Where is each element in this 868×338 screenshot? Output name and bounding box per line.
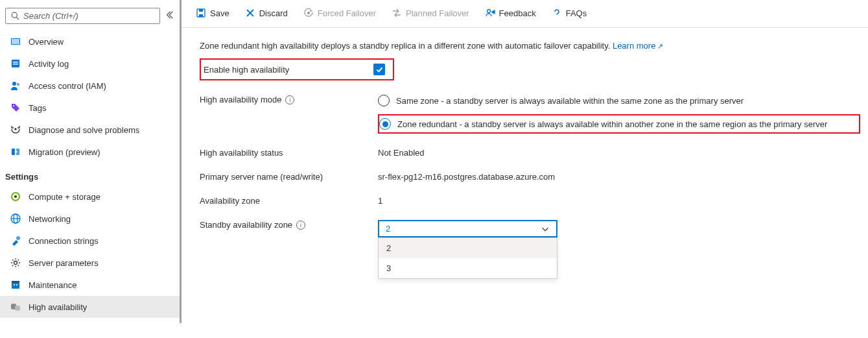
sidebar-item-label: Diagnose and solve problems <box>29 125 139 135</box>
sidebar-item-high-availability[interactable]: High availability <box>0 296 180 318</box>
sidebar-item-networking[interactable]: Networking <box>0 208 180 230</box>
forced-failover-button: Forced Failover <box>297 5 382 21</box>
ha-status-value: Not Enabled <box>378 148 860 158</box>
enable-ha-checkbox[interactable] <box>373 64 385 75</box>
svg-point-10 <box>15 128 16 130</box>
sidebar-item-label: Tags <box>29 103 46 113</box>
svg-point-8 <box>17 83 19 86</box>
ha-mode-zone-redundant-highlight: Zone redundant - a standby server is alw… <box>378 114 860 134</box>
sidebar-item-overview[interactable]: Overview <box>0 30 180 53</box>
planned-failover-label: Planned Failover <box>406 8 469 18</box>
svg-point-14 <box>14 195 17 198</box>
standby-az-selected-value: 2 <box>386 224 390 234</box>
sidebar-item-compute-storage[interactable]: Compute + storage <box>0 186 180 208</box>
checkmark-icon <box>375 66 384 74</box>
learn-more-link[interactable]: Learn more↗ <box>613 41 663 51</box>
svg-rect-23 <box>16 284 18 285</box>
planned-failover-button: Planned Failover <box>385 5 476 21</box>
svg-point-7 <box>12 82 16 86</box>
sidebar-item-access-control[interactable]: Access control (IAM) <box>0 75 180 97</box>
diagnose-icon <box>10 125 21 135</box>
save-label: Save <box>210 8 229 18</box>
toolbar: Save Discard Forced Failover Planned Fai… <box>182 5 868 28</box>
ha-status-label: High availability status <box>200 148 378 158</box>
sidebar-item-label: Overview <box>29 37 64 47</box>
radio-icon <box>378 95 390 106</box>
svg-point-19 <box>14 261 18 265</box>
sidebar-item-label: Connection strings <box>29 236 99 246</box>
overview-icon <box>10 36 21 47</box>
standby-az-option[interactable]: 3 <box>379 258 557 278</box>
standby-az-option[interactable]: 2 <box>379 238 557 258</box>
sidebar-item-label: Activity log <box>29 59 69 69</box>
availability-zone-value: 1 <box>378 196 860 206</box>
search-icon <box>11 12 19 20</box>
svg-rect-3 <box>12 39 19 44</box>
networking-icon <box>10 213 21 224</box>
svg-rect-6 <box>13 64 18 65</box>
external-link-icon: ↗ <box>657 42 663 50</box>
search-placeholder: Search (Ctrl+/) <box>23 11 78 21</box>
faqs-icon <box>552 8 562 18</box>
svg-point-27 <box>307 12 309 14</box>
ha-description: Zone redundant high availability deploys… <box>200 41 860 51</box>
settings-group-header: Settings <box>0 163 180 186</box>
standby-az-select[interactable]: 2 <box>378 220 557 237</box>
feedback-label: Feedback <box>499 8 536 18</box>
ha-mode-label: High availability mode i <box>200 95 378 104</box>
svg-point-0 <box>12 12 17 18</box>
availability-zone-label: Availability zone <box>200 196 378 206</box>
sidebar-item-label: Access control (IAM) <box>29 81 106 91</box>
svg-point-9 <box>13 105 14 106</box>
ha-mode-same-zone-radio[interactable]: Same zone - a standby server is always a… <box>378 95 860 106</box>
svg-rect-21 <box>12 281 19 283</box>
primary-server-name-label: Primary server name (read/write) <box>200 172 378 182</box>
sidebar-item-label: Networking <box>29 214 71 224</box>
sidebar-item-label: Server parameters <box>29 258 99 268</box>
high-availability-icon <box>10 302 21 312</box>
faqs-label: FAQs <box>566 8 587 18</box>
standby-az-dropdown: 2 3 <box>378 237 557 279</box>
planned-failover-icon <box>392 8 402 18</box>
svg-line-1 <box>17 18 19 20</box>
info-icon[interactable]: i <box>296 221 305 230</box>
standby-az-label: Standby availability zone i <box>200 220 378 230</box>
sidebar-item-label: High availability <box>29 302 87 312</box>
activity-log-icon <box>10 58 21 69</box>
sidebar-item-label: Compute + storage <box>29 192 100 202</box>
compute-storage-icon <box>10 191 21 202</box>
connection-strings-icon <box>10 235 21 246</box>
forced-failover-label: Forced Failover <box>318 8 376 18</box>
feedback-button[interactable]: Feedback <box>478 5 543 21</box>
primary-server-name-value: sr-flex-pg12-m16.postgres.database.azure… <box>378 172 860 182</box>
discard-label: Discard <box>259 8 288 18</box>
discard-icon <box>245 8 255 18</box>
sidebar-item-activity-log[interactable]: Activity log <box>0 53 180 75</box>
sidebar-item-maintenance[interactable]: Maintenance <box>0 274 180 296</box>
info-icon[interactable]: i <box>285 95 294 104</box>
radio-icon <box>379 118 391 130</box>
sidebar-item-diagnose[interactable]: Diagnose and solve problems <box>0 119 180 141</box>
chevron-down-icon <box>541 224 550 234</box>
sidebar-item-server-parameters[interactable]: Server parameters <box>0 252 180 274</box>
sidebar-item-label: Maintenance <box>29 280 76 290</box>
tags-icon <box>10 103 21 113</box>
ha-mode-same-zone-label: Same zone - a standby server is always a… <box>396 96 744 106</box>
server-parameters-icon <box>10 258 21 268</box>
discard-button[interactable]: Discard <box>239 5 294 21</box>
faqs-button[interactable]: FAQs <box>545 5 594 21</box>
access-control-icon <box>10 80 21 91</box>
feedback-icon <box>485 8 495 18</box>
save-icon <box>196 8 206 18</box>
save-button[interactable]: Save <box>189 5 236 21</box>
ha-mode-zone-redundant-label: Zone redundant - a standby server is alw… <box>397 119 827 129</box>
svg-rect-5 <box>13 62 18 63</box>
sidebar-item-migration[interactable]: Migration (preview) <box>0 141 180 163</box>
collapse-sidebar-icon[interactable] <box>165 10 174 21</box>
sidebar-item-connection-strings[interactable]: Connection strings <box>0 230 180 252</box>
ha-mode-zone-redundant-radio[interactable]: Zone redundant - a standby server is alw… <box>379 118 827 130</box>
maintenance-icon <box>10 280 21 290</box>
svg-rect-22 <box>14 284 15 285</box>
sidebar-item-tags[interactable]: Tags <box>0 97 180 119</box>
search-input[interactable]: Search (Ctrl+/) <box>5 8 160 24</box>
